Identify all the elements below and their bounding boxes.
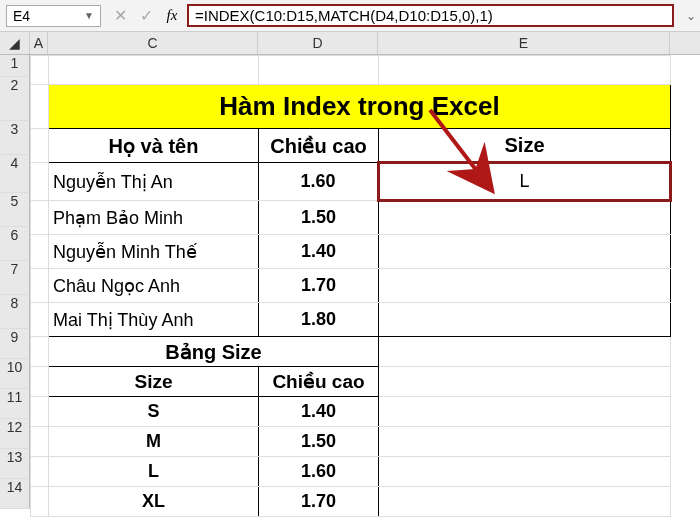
cell-name[interactable]: Mai Thị Thùy Anh: [49, 303, 259, 337]
row-header[interactable]: 1: [0, 55, 30, 77]
expand-formula-bar-icon[interactable]: ⌄: [682, 9, 700, 23]
name-box-dropdown-icon[interactable]: ▼: [84, 10, 94, 21]
cells-area[interactable]: Hàm Index trong Excel Họ và tên Chiều ca…: [30, 55, 672, 517]
column-headers: ◢ A C D E: [0, 32, 700, 55]
cell-size-height[interactable]: 1.50: [259, 427, 379, 457]
col-header-A[interactable]: A: [30, 32, 48, 54]
cell-name[interactable]: Nguyễn Thị An: [49, 163, 259, 201]
cell-reference: E4: [13, 8, 30, 24]
result-cell[interactable]: L: [379, 163, 671, 201]
name-box[interactable]: E4 ▼: [6, 5, 101, 27]
row-header[interactable]: 12: [0, 419, 30, 449]
row-header[interactable]: 6: [0, 227, 30, 261]
confirm-icon[interactable]: ✓: [133, 6, 159, 25]
size-header-size: Size: [49, 367, 259, 397]
row-header[interactable]: 11: [0, 389, 30, 419]
formula-bar-icons: ✕ ✓ fx: [107, 6, 185, 25]
formula-input-highlight[interactable]: =INDEX(C10:D15,MATCH(D4,D10:D15,0),1): [187, 4, 674, 27]
row-header[interactable]: 4: [0, 155, 30, 193]
cell-size[interactable]: S: [49, 397, 259, 427]
cancel-icon[interactable]: ✕: [107, 6, 133, 25]
cell-size[interactable]: M: [49, 427, 259, 457]
cell-size[interactable]: XL: [49, 487, 259, 517]
cell-size-height[interactable]: 1.40: [259, 397, 379, 427]
cell-name[interactable]: Phạm Bảo Minh: [49, 201, 259, 235]
header-name: Họ và tên: [49, 129, 259, 163]
size-header-height: Chiều cao: [259, 367, 379, 397]
cell-name[interactable]: Châu Ngọc Anh: [49, 269, 259, 303]
header-height: Chiều cao: [259, 129, 379, 163]
spreadsheet-grid: ◢ A C D E 1 2 3 4 5 6 7 8 9 10 11 12 13 …: [0, 32, 700, 517]
page-title: Hàm Index trong Excel: [49, 85, 671, 129]
cell-height[interactable]: 1.50: [259, 201, 379, 235]
cell-size[interactable]: L: [49, 457, 259, 487]
row-header[interactable]: 13: [0, 449, 30, 479]
row-header[interactable]: 5: [0, 193, 30, 227]
cell-size-height[interactable]: 1.60: [259, 457, 379, 487]
row-header[interactable]: 14: [0, 479, 30, 509]
col-header-C[interactable]: C: [48, 32, 258, 54]
cell-size-height[interactable]: 1.70: [259, 487, 379, 517]
cell-height[interactable]: 1.60: [259, 163, 379, 201]
row-header[interactable]: 9: [0, 329, 30, 359]
row-header[interactable]: 8: [0, 295, 30, 329]
row-header[interactable]: 10: [0, 359, 30, 389]
cell-height[interactable]: 1.80: [259, 303, 379, 337]
row-header[interactable]: 7: [0, 261, 30, 295]
header-size: Size: [379, 129, 671, 163]
cell-height[interactable]: 1.40: [259, 235, 379, 269]
row-headers: 1 2 3 4 5 6 7 8 9 10 11 12 13 14: [0, 55, 30, 517]
col-header-D[interactable]: D: [258, 32, 378, 54]
row-header[interactable]: 3: [0, 121, 30, 155]
cell-name[interactable]: Nguyễn Minh Thế: [49, 235, 259, 269]
row-header[interactable]: 2: [0, 77, 30, 121]
size-table-title: Bảng Size: [49, 337, 379, 367]
fx-icon[interactable]: fx: [159, 7, 185, 24]
select-all-corner[interactable]: ◢: [0, 32, 30, 54]
formula-text: =INDEX(C10:D15,MATCH(D4,D10:D15,0),1): [195, 7, 493, 24]
cell-height[interactable]: 1.70: [259, 269, 379, 303]
formula-bar: E4 ▼ ✕ ✓ fx =INDEX(C10:D15,MATCH(D4,D10:…: [0, 0, 700, 32]
col-header-E[interactable]: E: [378, 32, 670, 54]
